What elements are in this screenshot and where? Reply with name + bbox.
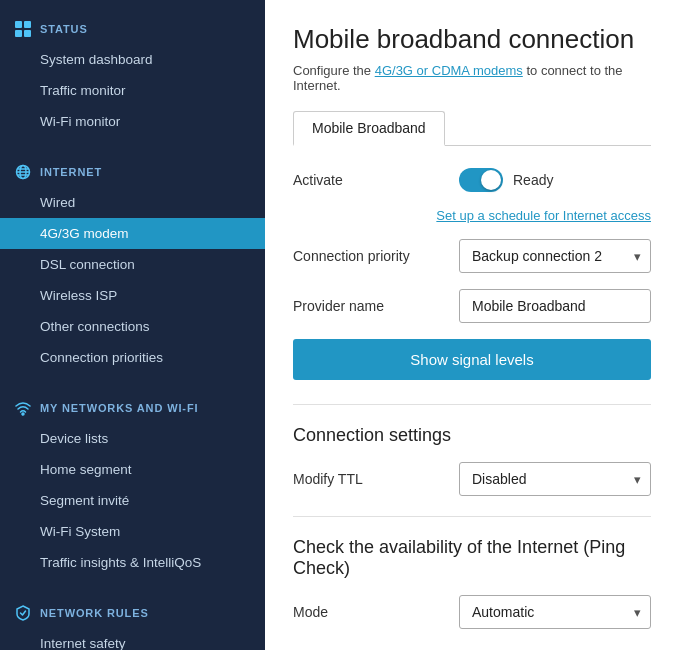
sidebar-section-status: STATUSSystem dashboardTraffic monitorWi-… xyxy=(0,0,265,143)
connection-priority-select[interactable]: Main connectionBackup connection 1Backup… xyxy=(459,239,651,273)
modify-ttl-select[interactable]: DisabledEnabled xyxy=(459,462,651,496)
shield-icon xyxy=(14,604,32,622)
tab-bar: Mobile Broadband xyxy=(293,111,651,146)
connection-settings-heading: Connection settings xyxy=(293,425,651,446)
connection-priority-select-wrap: Main connectionBackup connection 1Backup… xyxy=(459,239,651,273)
wifi-icon xyxy=(14,399,32,417)
modify-ttl-label: Modify TTL xyxy=(293,471,443,487)
mode-label: Mode xyxy=(293,604,443,620)
provider-name-row: Provider name xyxy=(293,289,651,323)
divider-1 xyxy=(293,404,651,405)
sidebar-item-wired[interactable]: Wired xyxy=(0,187,265,218)
subtitle-before: Configure the xyxy=(293,63,371,78)
sidebar-item-internet-safety[interactable]: Internet safety xyxy=(0,628,265,650)
svg-rect-0 xyxy=(15,21,22,28)
connection-priority-row: Connection priority Main connectionBacku… xyxy=(293,239,651,273)
sidebar-section-my-networks: MY NETWORKS AND WI-FIDevice listsHome se… xyxy=(0,379,265,584)
activate-control: Ready xyxy=(459,168,651,192)
toggle-wrap: Ready xyxy=(459,168,553,192)
sidebar-item-dsl-connection[interactable]: DSL connection xyxy=(0,249,265,280)
svg-point-9 xyxy=(22,413,24,415)
sidebar-item-wireless-isp[interactable]: Wireless ISP xyxy=(0,280,265,311)
mode-select-wrap: AutomaticManualDisabled ▾ xyxy=(459,595,651,629)
mode-control: AutomaticManualDisabled ▾ xyxy=(459,595,651,629)
page-title: Mobile broadband connection xyxy=(293,24,651,55)
svg-rect-1 xyxy=(24,21,31,28)
connection-priority-control: Main connectionBackup connection 1Backup… xyxy=(459,239,651,273)
mode-select[interactable]: AutomaticManualDisabled xyxy=(459,595,651,629)
sidebar-item-wifi-system[interactable]: Wi-Fi System xyxy=(0,516,265,547)
tab-mobile-broadband[interactable]: Mobile Broadband xyxy=(293,111,445,146)
provider-name-control xyxy=(459,289,651,323)
sidebar-item-traffic-monitor[interactable]: Traffic monitor xyxy=(0,75,265,106)
modify-ttl-select-wrap: DisabledEnabled ▾ xyxy=(459,462,651,496)
sidebar-section-label-network-rules: NETWORK RULES xyxy=(40,607,149,619)
sidebar: STATUSSystem dashboardTraffic monitorWi-… xyxy=(0,0,265,650)
sidebar-item-wifi-monitor[interactable]: Wi-Fi monitor xyxy=(0,106,265,137)
modify-ttl-control: DisabledEnabled ▾ xyxy=(459,462,651,496)
sidebar-section-header-my-networks: MY NETWORKS AND WI-FI xyxy=(0,393,265,423)
sidebar-item-system-dashboard[interactable]: System dashboard xyxy=(0,44,265,75)
activate-status: Ready xyxy=(513,172,553,188)
sidebar-item-other-connections[interactable]: Other connections xyxy=(0,311,265,342)
sidebar-section-internet: INTERNETWired4G/3G modemDSL connectionWi… xyxy=(0,143,265,379)
sidebar-item-segment-invite[interactable]: Segment invité xyxy=(0,485,265,516)
connection-priority-label: Connection priority xyxy=(293,248,443,264)
sidebar-section-header-internet: INTERNET xyxy=(0,157,265,187)
sidebar-item-home-segment[interactable]: Home segment xyxy=(0,454,265,485)
sidebar-section-network-rules: NETWORK RULESInternet safetyFirewall xyxy=(0,584,265,650)
sidebar-section-label-internet: INTERNET xyxy=(40,166,102,178)
activate-label: Activate xyxy=(293,172,443,188)
svg-rect-3 xyxy=(24,30,31,37)
modify-ttl-row: Modify TTL DisabledEnabled ▾ xyxy=(293,462,651,496)
sidebar-section-header-network-rules: NETWORK RULES xyxy=(0,598,265,628)
activate-row: Activate Ready xyxy=(293,168,651,192)
svg-rect-2 xyxy=(15,30,22,37)
ping-check-heading: Check the availability of the Internet (… xyxy=(293,537,651,579)
activate-toggle[interactable] xyxy=(459,168,503,192)
sidebar-item-4g3g-modem[interactable]: 4G/3G modem xyxy=(0,218,265,249)
main-content: Mobile broadband connection Configure th… xyxy=(265,0,679,650)
mode-row: Mode AutomaticManualDisabled ▾ xyxy=(293,595,651,629)
provider-name-input[interactable] xyxy=(459,289,651,323)
subtitle-highlight: 4G/3G or CDMA modems xyxy=(375,63,523,78)
sidebar-item-device-lists[interactable]: Device lists xyxy=(0,423,265,454)
globe-icon xyxy=(14,163,32,181)
provider-name-label: Provider name xyxy=(293,298,443,314)
sidebar-section-header-status: STATUS xyxy=(0,14,265,44)
sidebar-section-label-status: STATUS xyxy=(40,23,88,35)
page-subtitle: Configure the 4G/3G or CDMA modems to co… xyxy=(293,63,651,93)
divider-2 xyxy=(293,516,651,517)
grid-icon xyxy=(14,20,32,38)
sidebar-item-connection-priorities[interactable]: Connection priorities xyxy=(0,342,265,373)
sidebar-item-traffic-insights[interactable]: Traffic insights & IntelliQoS xyxy=(0,547,265,578)
sidebar-section-label-my-networks: MY NETWORKS AND WI-FI xyxy=(40,402,198,414)
schedule-link[interactable]: Set up a schedule for Internet access xyxy=(293,208,651,223)
show-signal-button[interactable]: Show signal levels xyxy=(293,339,651,380)
